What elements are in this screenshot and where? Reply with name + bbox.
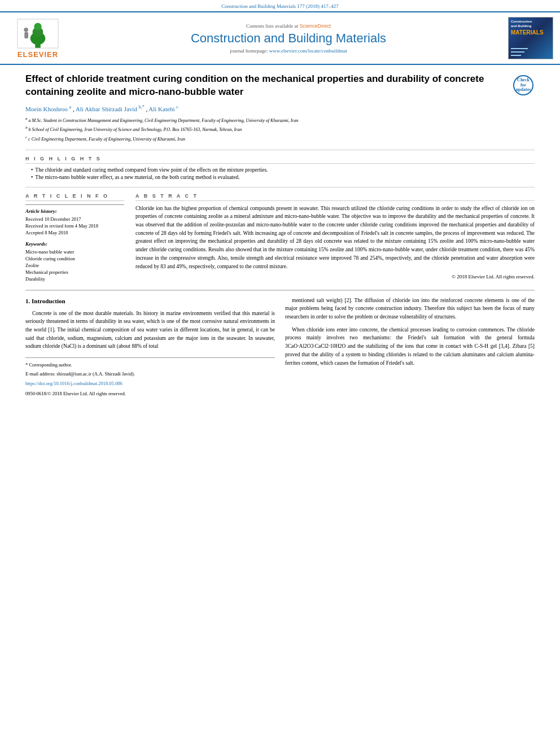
- body-section: 1. Introduction Concrete is one of the m…: [25, 296, 535, 397]
- divider-body: [25, 290, 535, 291]
- intro-para-1: Concrete is one of the most durable mate…: [25, 309, 275, 351]
- author-1-sup: a: [69, 104, 72, 110]
- affil-2: b b School of Civil Engineering, Iran Un…: [25, 125, 535, 133]
- affil-3-sup: c: [25, 135, 27, 139]
- abstract-text: Chloride ion has the highest proportion …: [135, 204, 535, 271]
- footnote-email-text: E-mail address: shirzad@iust.ac.ir (A.A.…: [25, 371, 135, 377]
- history-revised: Received in revised form 4 May 2018: [25, 223, 124, 229]
- divider-highlights-top: [25, 150, 535, 150]
- homepage-url[interactable]: www.elsevier.com/locate/conbuildmat: [269, 48, 347, 54]
- highlights-label: H I G H L I G H T S: [25, 156, 535, 164]
- divider-highlights-bottom: [25, 187, 535, 187]
- footnote-area: * Corresponding author. E-mail address: …: [25, 357, 275, 397]
- info-divider: [25, 204, 124, 205]
- journal-reference: Construction and Building Materials 177 …: [0, 0, 560, 11]
- journal-title-block: Contents lists available at ScienceDirec…: [75, 23, 502, 54]
- journal-ref-text: Construction and Building Materials 177 …: [221, 3, 338, 9]
- elsevier-brand-text: ELSEVIER: [18, 50, 58, 59]
- svg-rect-5: [24, 32, 28, 38]
- journal-main-title: Construction and Building Materials: [75, 31, 502, 46]
- doi-line: https://doi.org/10.1016/j.conbuildmat.20…: [25, 380, 275, 387]
- author-1: Moein Khoshroo: [25, 106, 68, 112]
- intro-para-3: When chloride ions enter into concrete, …: [285, 326, 535, 368]
- journal-thumbnail: Construction and Building MATERIALS ▬▬▬▬…: [508, 17, 553, 59]
- keyword-2: Chloride curing condition: [25, 256, 124, 261]
- affiliations: a a M.Sc. Student in Construction Manage…: [25, 116, 535, 143]
- keyword-3: Zeolite: [25, 263, 124, 268]
- footnote-1: * Corresponding author.: [25, 361, 275, 369]
- elsevier-logo: ELSEVIER: [7, 18, 69, 59]
- article-title-section: Effect of chloride treatment curing cond…: [25, 73, 535, 99]
- author-2: Ali Akbar Shirzadi Javid: [76, 106, 137, 112]
- thumb-decoration: ▬▬▬▬▬▬▬▬▬▬▬▬: [511, 46, 550, 56]
- intro-text-1: Concrete is one of the most durable mate…: [25, 311, 275, 350]
- keyword-1: Micro-nano bubble water: [25, 249, 124, 255]
- affil-2-text: b School of Civil Engineering, Iran Univ…: [29, 127, 242, 132]
- intro-text-2: mentioned salt weight) [2]. The diffusio…: [285, 298, 535, 320]
- author-3: Ali Katebi: [148, 106, 174, 112]
- article-title: Effect of chloride treatment curing cond…: [25, 73, 508, 99]
- intro-para-2: mentioned salt weight) [2]. The diffusio…: [285, 296, 535, 321]
- sciencedirect-link[interactable]: ScienceDirect: [299, 23, 331, 29]
- body-col-right: mentioned salt weight) [2]. The diffusio…: [285, 296, 535, 397]
- crossmark-label: Checkforupdates: [516, 78, 531, 93]
- affil-2-sup: b: [25, 125, 28, 130]
- history-received: Received 10 December 2017: [25, 216, 124, 222]
- article-info-label: A R T I C L E I N F O: [25, 193, 124, 201]
- keyword-5: Durability: [25, 276, 124, 282]
- intro-text-3: When chloride ions enter into concrete, …: [285, 327, 535, 366]
- affil-1-sup: a: [25, 116, 28, 121]
- history-accepted: Accepted 8 May 2018: [25, 230, 124, 235]
- crossmark-badge[interactable]: Checkforupdates: [513, 75, 535, 97]
- svg-point-3: [34, 23, 41, 30]
- highlight-2: The micro-nano bubble water effect, as a…: [25, 174, 535, 180]
- thumb-line1: Construction: [511, 20, 550, 24]
- elsevier-tree-icon: [15, 18, 60, 49]
- info-abstract-section: A R T I C L E I N F O Article history: R…: [25, 193, 535, 283]
- affil-3-text: c Civil Engineering Department, Faculty …: [28, 137, 185, 142]
- svg-point-4: [24, 28, 28, 32]
- copyright-line: © 2018 Elsevier Ltd. All rights reserved…: [135, 274, 535, 279]
- sciencedirect-line: Contents lists available at ScienceDirec…: [75, 23, 502, 29]
- keyword-4: Mechanical properties: [25, 269, 124, 275]
- thumb-line3: MATERIALS: [511, 29, 550, 36]
- abstract-paragraph: Chloride ion has the highest proportion …: [135, 204, 535, 271]
- homepage-label: journal homepage:: [230, 48, 268, 54]
- article-info-column: A R T I C L E I N F O Article history: R…: [25, 193, 124, 283]
- affil-1-text: a M.Sc. Student in Construction Manageme…: [29, 117, 299, 123]
- history-label: Article history:: [25, 208, 124, 214]
- authors-line: Moein Khoshroo a , Ali Akbar Shirzadi Ja…: [25, 104, 535, 112]
- issn-line: 0950-0618/© 2018 Elsevier Ltd. All right…: [25, 390, 275, 397]
- journal-homepage: journal homepage: www.elsevier.com/locat…: [75, 48, 502, 54]
- thumb-text: Construction and Building MATERIALS: [511, 20, 550, 36]
- body-col-left: 1. Introduction Concrete is one of the m…: [25, 296, 275, 397]
- section1-title: 1. Introduction: [25, 296, 275, 306]
- abstract-column: A B S T R A C T Chloride ion has the hig…: [135, 193, 535, 283]
- doi-link[interactable]: https://doi.org/10.1016/j.conbuildmat.20…: [25, 381, 123, 386]
- crossmark-icon[interactable]: Checkforupdates: [513, 75, 533, 95]
- keywords-label: Keywords:: [25, 241, 124, 247]
- affil-1: a a M.Sc. Student in Construction Manage…: [25, 116, 535, 124]
- contents-text: Contents lists available at: [246, 23, 298, 29]
- author-3-sup: c: [176, 104, 178, 110]
- thumb-line2: and Building: [511, 24, 550, 29]
- main-content: Effect of chloride treatment curing cond…: [0, 65, 560, 405]
- journal-header: ELSEVIER Contents lists available at Sci…: [0, 11, 560, 65]
- affil-3: c c Civil Engineering Department, Facult…: [25, 134, 535, 143]
- highlights-section: H I G H L I G H T S The chloride and sta…: [25, 156, 535, 180]
- highlight-1: The chloride and standard curing method …: [25, 167, 535, 173]
- author-2-sup: b,*: [139, 104, 145, 110]
- footnote-2: E-mail address: shirzad@iust.ac.ir (A.A.…: [25, 370, 275, 378]
- abstract-label: A B S T R A C T: [135, 193, 535, 201]
